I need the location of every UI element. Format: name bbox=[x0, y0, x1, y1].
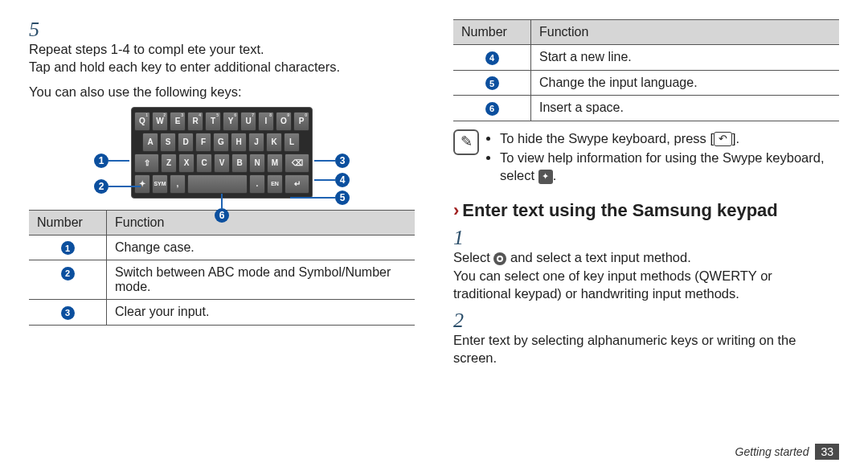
key-i: 8I bbox=[258, 112, 274, 131]
key-y: 6Y bbox=[223, 112, 239, 131]
step-number-5: 5 bbox=[29, 19, 51, 40]
note-item-2: To view help information for using the S… bbox=[500, 149, 839, 185]
key-c: C bbox=[196, 154, 212, 173]
callout-6: 6 bbox=[215, 194, 229, 223]
callout-badge-3: 3 bbox=[335, 154, 350, 168]
heading-text: Enter text using the Samsung keypad bbox=[462, 200, 777, 220]
note-icon: ✎ bbox=[453, 129, 479, 155]
row-func-4: Start a new line. bbox=[531, 45, 840, 71]
also-use-text: You can also use the following keys: bbox=[29, 83, 415, 100]
row-num-5: 5 bbox=[485, 76, 499, 90]
row-func-3: Clear your input. bbox=[107, 300, 416, 326]
key-w: 2W bbox=[152, 112, 168, 131]
callout-5: 5 bbox=[290, 190, 350, 205]
key-f: F bbox=[195, 133, 211, 152]
key-language: EN bbox=[267, 174, 283, 194]
row-func-1: Change case. bbox=[107, 235, 416, 260]
th-number: Number bbox=[453, 20, 531, 45]
th-function: Function bbox=[107, 210, 416, 235]
key-a: A bbox=[142, 133, 158, 152]
row-num-4: 4 bbox=[485, 51, 499, 65]
th-number: Number bbox=[29, 210, 107, 235]
row-num-6: 6 bbox=[485, 102, 499, 116]
note-list: To hide the Swype keyboard, press [↶]. T… bbox=[487, 129, 839, 186]
kb-row-2: A S D F G H J K L bbox=[134, 133, 309, 152]
chevron-right-icon: › bbox=[453, 200, 459, 220]
kb-row-4: ✦ SYM , . EN ↵ bbox=[134, 174, 309, 194]
swype-help-icon: ✦ bbox=[538, 170, 553, 184]
step-5-line2: Tap and hold each key to enter additiona… bbox=[29, 59, 340, 74]
row-func-5: Change the input language. bbox=[531, 70, 840, 96]
row-num-2: 2 bbox=[61, 267, 75, 281]
function-table-left: Number Function 1 Change case. 2 Switch … bbox=[29, 210, 415, 326]
step-1-body: Select and select a text input method. Y… bbox=[453, 248, 813, 302]
keyboard-figure: 1Q 2W 3E 4R 5T 6Y 7U 8I 9O 0P A S D F G bbox=[29, 107, 415, 199]
key-k: K bbox=[266, 133, 282, 152]
callout-badge-5: 5 bbox=[335, 190, 350, 205]
callout-4: 4 bbox=[314, 173, 350, 187]
key-space bbox=[187, 174, 248, 194]
key-u: 7U bbox=[240, 112, 256, 131]
key-t: 5T bbox=[205, 112, 221, 131]
section-label: Getting started bbox=[735, 445, 809, 458]
step-number-2: 2 bbox=[453, 310, 476, 331]
keyboard-with-callouts: 1Q 2W 3E 4R 5T 6Y 7U 8I 9O 0P A S D F G bbox=[131, 107, 313, 199]
key-r: 4R bbox=[187, 112, 203, 131]
key-comma: , bbox=[170, 174, 186, 194]
table-row: 5 Change the input language. bbox=[453, 70, 839, 96]
key-g: G bbox=[213, 133, 229, 152]
key-m: M bbox=[267, 154, 283, 173]
kb-row-3: ⇧ Z X C V B N M ⌫ bbox=[134, 154, 309, 173]
step-5: 5 Repeat steps 1-4 to compl ete your tex… bbox=[29, 19, 415, 76]
note-block: ✎ To hide the Swype keyboard, press [↶].… bbox=[453, 129, 839, 186]
kb-row-1: 1Q 2W 3E 4R 5T 6Y 7U 8I 9O 0P bbox=[134, 112, 309, 131]
right-column: Number Function 4 Start a new line. 5 Ch… bbox=[453, 19, 839, 367]
table-row: 1 Change case. bbox=[29, 235, 415, 260]
callout-1: 1 bbox=[94, 154, 129, 168]
page-footer: Getting started 33 bbox=[735, 444, 839, 460]
key-b: B bbox=[231, 154, 248, 173]
page-number: 33 bbox=[815, 444, 839, 460]
callout-2: 2 bbox=[94, 179, 141, 194]
row-func-6: Insert a space. bbox=[531, 96, 840, 121]
key-x: X bbox=[178, 154, 194, 173]
swype-keyboard: 1Q 2W 3E 4R 5T 6Y 7U 8I 9O 0P A S D F G bbox=[131, 107, 313, 199]
key-q: 1Q bbox=[134, 112, 150, 131]
function-table-right: Number Function 4 Start a new line. 5 Ch… bbox=[453, 19, 839, 121]
callout-badge-2: 2 bbox=[94, 179, 108, 194]
row-func-2: Switch between ABC mode and Symbol/Numbe… bbox=[107, 260, 416, 300]
callout-badge-4: 4 bbox=[335, 173, 350, 187]
left-column: 5 Repeat steps 1-4 to compl ete your tex… bbox=[29, 19, 415, 367]
step-5-line1: Repeat steps 1-4 to compl ete your text. bbox=[29, 42, 264, 56]
key-z: Z bbox=[161, 154, 177, 173]
step-1: 1 Select and select a text input method.… bbox=[453, 227, 839, 302]
row-num-3: 3 bbox=[61, 306, 75, 320]
gear-icon bbox=[493, 252, 506, 265]
key-o: 9O bbox=[276, 112, 292, 131]
section-heading: ›Enter text using the Samsung keypad bbox=[453, 200, 839, 221]
key-l: L bbox=[284, 133, 300, 152]
key-backspace: ⌫ bbox=[285, 154, 309, 173]
step-number-1: 1 bbox=[453, 227, 476, 248]
step-2: 2 Enter text by selecting alphanumeric k… bbox=[453, 310, 839, 367]
key-p: 0P bbox=[293, 112, 309, 131]
step-1-line2: You can select one of key input methods … bbox=[453, 268, 772, 301]
key-v: V bbox=[214, 154, 230, 173]
table-row: 2 Switch between ABC mode and Symbol/Num… bbox=[29, 260, 415, 300]
note-item-1: To hide the Swype keyboard, press [↶]. bbox=[500, 129, 839, 147]
th-function: Function bbox=[531, 20, 840, 45]
key-shift: ⇧ bbox=[134, 154, 159, 173]
table-row: 3 Clear your input. bbox=[29, 300, 415, 326]
table-row: 6 Insert a space. bbox=[453, 96, 839, 121]
step-2-body: Enter text by selecting alphanumeric key… bbox=[453, 331, 813, 367]
key-n: N bbox=[249, 154, 265, 173]
callout-badge-1: 1 bbox=[94, 154, 108, 168]
key-d: D bbox=[178, 133, 194, 152]
callout-3: 3 bbox=[314, 154, 350, 168]
table-header-row: Number Function bbox=[453, 20, 839, 45]
table-row: 4 Start a new line. bbox=[453, 45, 839, 71]
key-sym: SYM bbox=[152, 174, 168, 194]
step-5-body: Repeat steps 1-4 to compl ete your text.… bbox=[29, 40, 389, 76]
key-s: S bbox=[160, 133, 176, 152]
key-j: J bbox=[248, 133, 264, 152]
